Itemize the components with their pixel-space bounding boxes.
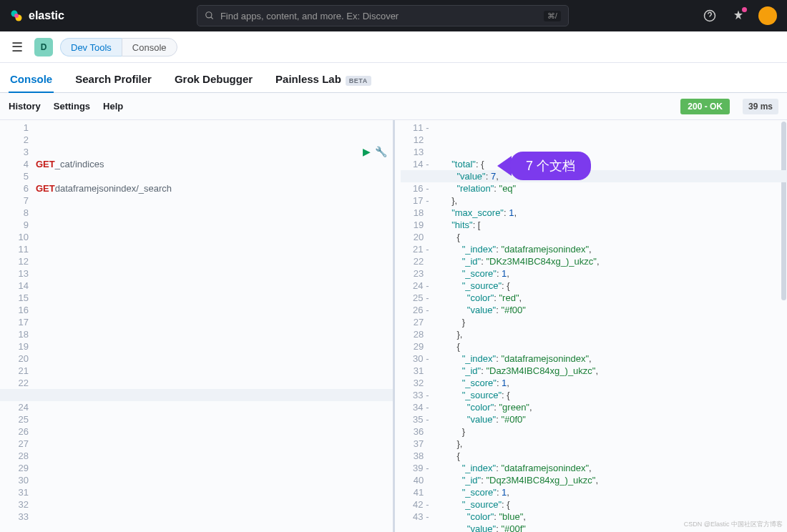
breadcrumb-devtools[interactable]: Dev Tools [60,38,122,56]
brand-logo[interactable]: elastic [10,9,64,22]
svg-point-3 [206,12,212,18]
newsfeed-icon[interactable] [730,7,747,24]
callout-arrow-icon [497,156,512,176]
beta-badge: BETA [346,76,371,86]
space-badge[interactable]: D [34,38,53,56]
svg-point-2 [14,14,19,18]
search-icon [205,11,215,21]
top-icons [701,6,777,25]
callout-text: 7 个文档 [510,152,591,180]
global-search[interactable]: Find apps, content, and more. Ex: Discov… [197,5,569,26]
search-shortcut: ⌘/ [544,11,561,21]
response-code[interactable]: "total": { "value": 7, "relation": "eq" … [436,120,788,532]
tab-grok-debugger[interactable]: Grok Debugger [173,73,254,92]
user-avatar[interactable] [758,6,777,25]
editor-area: 1234567891011121314151617181920212223242… [0,120,787,532]
console-toolbar: History Settings Help 200 - OK 39 ms [0,93,787,120]
response-status: 200 - OK [680,99,730,114]
settings-link[interactable]: Settings [54,101,90,112]
scrollbar[interactable] [781,122,786,300]
tab-bar: Console Search Profiler Grok Debugger Pa… [0,63,787,93]
response-time: 39 ms [743,99,778,114]
request-pane[interactable]: 1234567891011121314151617181920212223242… [0,120,395,532]
help-icon[interactable] [701,7,718,24]
request-code[interactable]: ▶ 🔧 GET _cat/indicesGET dataframejsonind… [36,120,393,532]
request-gutter: 1234567891011121314151617181920212223242… [0,120,36,532]
annotation-callout: 7 个文档 [497,152,591,180]
breadcrumb-console[interactable]: Console [122,38,177,56]
response-pane[interactable]: 11 -12 13 14 -15 16 -17 -18 19 20 21 -22… [395,120,788,532]
tab-console[interactable]: Console [9,73,54,92]
help-link[interactable]: Help [103,101,123,112]
history-link[interactable]: History [9,101,41,112]
search-placeholder: Find apps, content, and more. Ex: Discov… [220,11,399,21]
notification-dot [742,7,747,12]
tab-search-profiler[interactable]: Search Profiler [74,73,153,92]
request-actions: ▶ 🔧 [363,146,387,158]
tab-painless-lab[interactable]: Painless LabBETA [274,73,373,92]
subheader: ☰ D Dev Tools Console [0,31,787,63]
top-bar: elastic Find apps, content, and more. Ex… [0,0,787,31]
breadcrumb: Dev Tools Console [60,38,177,56]
wrench-icon[interactable]: 🔧 [375,146,387,158]
svg-line-4 [211,17,213,19]
watermark: CSDN @Elastic 中国社区官方博客 [684,520,783,529]
brand-name: elastic [29,9,64,22]
elastic-logo-icon [10,9,23,22]
nav-toggle-icon[interactable]: ☰ [7,39,27,55]
play-icon[interactable]: ▶ [363,146,371,158]
